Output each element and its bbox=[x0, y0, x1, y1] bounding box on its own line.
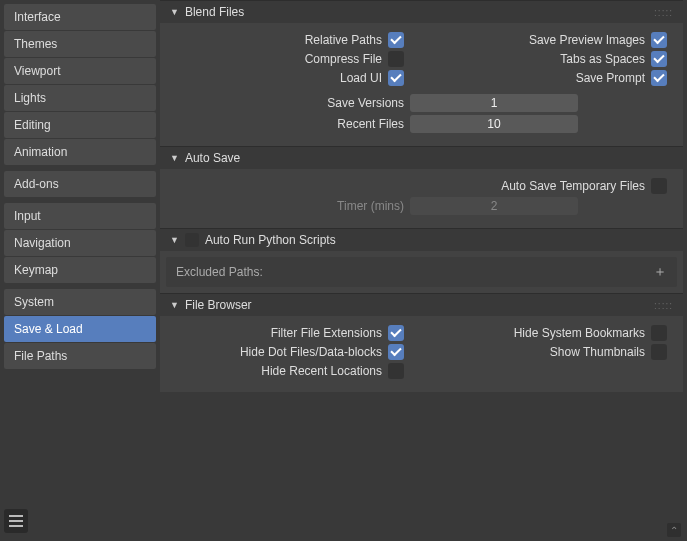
label-relative-paths: Relative Paths bbox=[305, 33, 382, 47]
checkbox-load-ui[interactable] bbox=[388, 70, 404, 86]
sidebar-item-input[interactable]: Input bbox=[4, 203, 156, 229]
disclosure-triangle-icon: ▼ bbox=[170, 300, 179, 310]
label-save-preview: Save Preview Images bbox=[529, 33, 645, 47]
disclosure-triangle-icon: ▼ bbox=[170, 235, 179, 245]
label-timer: Timer (mins) bbox=[337, 199, 404, 213]
panel-header-file-browser[interactable]: ▼ File Browser ::::: bbox=[160, 293, 683, 316]
label-hide-sys: Hide System Bookmarks bbox=[514, 326, 645, 340]
label-auto-save-temp: Auto Save Temporary Files bbox=[501, 179, 645, 193]
panel-title: Blend Files bbox=[185, 5, 244, 19]
checkbox-hide-recent[interactable] bbox=[388, 363, 404, 379]
panel-header-auto-save[interactable]: ▼ Auto Save bbox=[160, 146, 683, 169]
numfield-save-versions[interactable]: 1 bbox=[410, 94, 578, 112]
checkbox-auto-save-temp[interactable] bbox=[651, 178, 667, 194]
sidebar-item-interface[interactable]: Interface bbox=[4, 4, 156, 30]
sidebar-item-lights[interactable]: Lights bbox=[4, 85, 156, 111]
numfield-timer[interactable]: 2 bbox=[410, 197, 578, 215]
panel-title: Auto Save bbox=[185, 151, 240, 165]
sidebar-item-add-ons[interactable]: Add-ons bbox=[4, 171, 156, 197]
preferences-sidebar: InterfaceThemesViewportLightsEditingAnim… bbox=[0, 0, 160, 541]
preferences-main: ▼ Blend Files ::::: Relative Paths Save … bbox=[160, 0, 687, 541]
label-excluded-paths: Excluded Paths: bbox=[176, 265, 263, 279]
disclosure-triangle-icon: ▼ bbox=[170, 153, 179, 163]
panel-body-file-browser: Filter File Extensions Hide System Bookm… bbox=[160, 316, 683, 392]
disclosure-triangle-icon: ▼ bbox=[170, 7, 179, 17]
checkbox-auto-run-python[interactable] bbox=[185, 233, 199, 247]
checkbox-filter-ext[interactable] bbox=[388, 325, 404, 341]
label-filter-ext: Filter File Extensions bbox=[271, 326, 382, 340]
excluded-paths-row: Excluded Paths: ＋ bbox=[166, 257, 677, 287]
sidebar-item-navigation[interactable]: Navigation bbox=[4, 230, 156, 256]
label-recent-files: Recent Files bbox=[337, 117, 404, 131]
checkbox-save-prompt[interactable] bbox=[651, 70, 667, 86]
label-compress-file: Compress File bbox=[305, 52, 382, 66]
panel-body-auto-save: Auto Save Temporary Files Timer (mins) 2 bbox=[160, 169, 683, 228]
sidebar-item-animation[interactable]: Animation bbox=[4, 139, 156, 165]
panel-header-auto-run[interactable]: ▼ Auto Run Python Scripts bbox=[160, 228, 683, 251]
hamburger-menu-icon[interactable] bbox=[4, 509, 28, 533]
scroll-up-icon[interactable]: ⌃ bbox=[667, 523, 681, 537]
label-hide-dot: Hide Dot Files/Data-blocks bbox=[240, 345, 382, 359]
label-hide-recent: Hide Recent Locations bbox=[261, 364, 382, 378]
sidebar-item-file-paths[interactable]: File Paths bbox=[4, 343, 156, 369]
panel-title: Auto Run Python Scripts bbox=[205, 233, 336, 247]
checkbox-hide-sys[interactable] bbox=[651, 325, 667, 341]
add-excluded-path-icon[interactable]: ＋ bbox=[653, 263, 667, 281]
label-save-prompt: Save Prompt bbox=[576, 71, 645, 85]
panel-grip-icon[interactable]: ::::: bbox=[654, 300, 673, 311]
checkbox-tabs-spaces[interactable] bbox=[651, 51, 667, 67]
sidebar-item-keymap[interactable]: Keymap bbox=[4, 257, 156, 283]
sidebar-item-system[interactable]: System bbox=[4, 289, 156, 315]
checkbox-save-preview[interactable] bbox=[651, 32, 667, 48]
label-save-versions: Save Versions bbox=[327, 96, 404, 110]
numfield-recent-files[interactable]: 10 bbox=[410, 115, 578, 133]
checkbox-relative-paths[interactable] bbox=[388, 32, 404, 48]
panel-header-blend-files[interactable]: ▼ Blend Files ::::: bbox=[160, 0, 683, 23]
panel-title: File Browser bbox=[185, 298, 252, 312]
label-tabs-spaces: Tabs as Spaces bbox=[560, 52, 645, 66]
panel-body-blend-files: Relative Paths Save Preview Images Compr… bbox=[160, 23, 683, 146]
label-show-thumb: Show Thumbnails bbox=[550, 345, 645, 359]
checkbox-show-thumb[interactable] bbox=[651, 344, 667, 360]
label-load-ui: Load UI bbox=[340, 71, 382, 85]
checkbox-hide-dot[interactable] bbox=[388, 344, 404, 360]
panel-body-auto-run: Excluded Paths: ＋ bbox=[160, 251, 683, 293]
checkbox-compress-file[interactable] bbox=[388, 51, 404, 67]
panel-grip-icon[interactable]: ::::: bbox=[654, 7, 673, 18]
sidebar-item-viewport[interactable]: Viewport bbox=[4, 58, 156, 84]
sidebar-item-save-load[interactable]: Save & Load bbox=[4, 316, 156, 342]
sidebar-item-editing[interactable]: Editing bbox=[4, 112, 156, 138]
sidebar-item-themes[interactable]: Themes bbox=[4, 31, 156, 57]
